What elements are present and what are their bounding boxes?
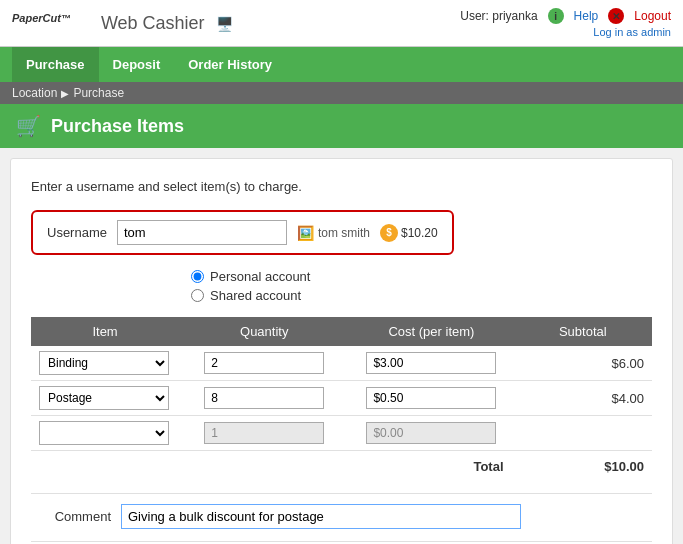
comment-row: Comment <box>31 493 652 529</box>
page-title-bar: 🛒 Purchase Items <box>0 104 683 148</box>
total-value: $10.00 <box>514 451 652 480</box>
nav-item-purchase[interactable]: Purchase <box>12 47 99 82</box>
quantity-cell-1 <box>179 346 349 381</box>
shared-account-label[interactable]: Shared account <box>191 288 652 303</box>
main-content: Enter a username and select item(s) to c… <box>10 158 673 544</box>
table-row: Binding Postage <box>31 416 652 451</box>
login-admin-link[interactable]: Log in as admin <box>593 26 671 38</box>
balance-badge: $ $10.20 <box>380 224 438 242</box>
logo: PaperCut™ <box>12 10 71 36</box>
user-display-name: tom smith <box>318 226 370 240</box>
item-cell-3: Binding Postage <box>31 416 179 451</box>
cost-cell-2 <box>349 381 513 416</box>
account-type-group: Personal account Shared account <box>31 269 652 303</box>
subtotal-cell-3 <box>514 416 652 451</box>
user-avatar-icon: 🖼️ <box>297 225 314 241</box>
username-section: Username 🖼️ tom smith $ $10.20 <box>31 210 454 255</box>
username-label: Username <box>47 225 107 240</box>
header: PaperCut™ Web Cashier 🖥️ User: priyanka … <box>0 0 683 47</box>
webcashier-label: Web Cashier 🖥️ <box>101 13 233 34</box>
breadcrumb-separator: ▶ <box>61 88 69 99</box>
item-cell-2: Binding Postage <box>31 381 179 416</box>
header-left: PaperCut™ Web Cashier 🖥️ <box>12 10 233 36</box>
table-header-row: Item Quantity Cost (per item) Subtotal <box>31 317 652 346</box>
cost-cell-3 <box>349 416 513 451</box>
breadcrumb-location[interactable]: Location <box>12 86 57 100</box>
shared-account-radio[interactable] <box>191 289 204 302</box>
comment-label: Comment <box>31 509 111 524</box>
quantity-cell-3 <box>179 416 349 451</box>
cost-input-2[interactable] <box>366 387 496 409</box>
quantity-input-1[interactable] <box>204 352 324 374</box>
breadcrumb-current: Purchase <box>73 86 124 100</box>
cost-cell-1 <box>349 346 513 381</box>
personal-account-radio[interactable] <box>191 270 204 283</box>
table-row: Binding Postage $6.00 <box>31 346 652 381</box>
col-header-item: Item <box>31 317 179 346</box>
username-input[interactable] <box>117 220 287 245</box>
total-row: Total $10.00 <box>31 451 652 480</box>
item-cell-1: Binding Postage <box>31 346 179 381</box>
user-info: User: priyanka i Help ✕ Logout <box>460 8 671 24</box>
items-table: Item Quantity Cost (per item) Subtotal B… <box>31 317 652 479</box>
item-select-3[interactable]: Binding Postage <box>39 421 169 445</box>
webcashier-icon: 🖥️ <box>216 16 233 32</box>
user-avatar: 🖼️ tom smith <box>297 225 370 241</box>
col-header-quantity: Quantity <box>179 317 349 346</box>
col-header-cost: Cost (per item) <box>349 317 513 346</box>
logo-tm: ™ <box>61 13 71 24</box>
user-label: User: priyanka <box>460 9 537 23</box>
subtotal-cell-2: $4.00 <box>514 381 652 416</box>
coin-icon: $ <box>380 224 398 242</box>
item-select-2[interactable]: Binding Postage <box>39 386 169 410</box>
quantity-input-2[interactable] <box>204 387 324 409</box>
navigation: Purchase Deposit Order History <box>0 47 683 82</box>
comment-input[interactable] <box>121 504 521 529</box>
personal-account-label[interactable]: Personal account <box>191 269 652 284</box>
help-link[interactable]: Help <box>574 9 599 23</box>
cost-input-1[interactable] <box>366 352 496 374</box>
col-header-subtotal: Subtotal <box>514 317 652 346</box>
cost-input-3[interactable] <box>366 422 496 444</box>
info-icon: i <box>548 8 564 24</box>
instructions: Enter a username and select item(s) to c… <box>31 179 652 194</box>
logo-text: PaperCut <box>12 12 61 24</box>
quantity-input-3[interactable] <box>204 422 324 444</box>
table-row: Binding Postage $4.00 <box>31 381 652 416</box>
page-title: Purchase Items <box>51 116 184 137</box>
total-label: Total <box>31 451 514 480</box>
nav-item-order-history[interactable]: Order History <box>174 47 286 82</box>
x-icon: ✕ <box>608 8 624 24</box>
balance-amount: $10.20 <box>401 226 438 240</box>
page-title-icon: 🛒 <box>16 114 41 138</box>
header-right: User: priyanka i Help ✕ Logout Log in as… <box>460 8 671 38</box>
subtotal-cell-1: $6.00 <box>514 346 652 381</box>
nav-item-deposit[interactable]: Deposit <box>99 47 175 82</box>
breadcrumb: Location ▶ Purchase <box>0 82 683 104</box>
logout-link[interactable]: Logout <box>634 9 671 23</box>
quantity-cell-2 <box>179 381 349 416</box>
item-select-1[interactable]: Binding Postage <box>39 351 169 375</box>
